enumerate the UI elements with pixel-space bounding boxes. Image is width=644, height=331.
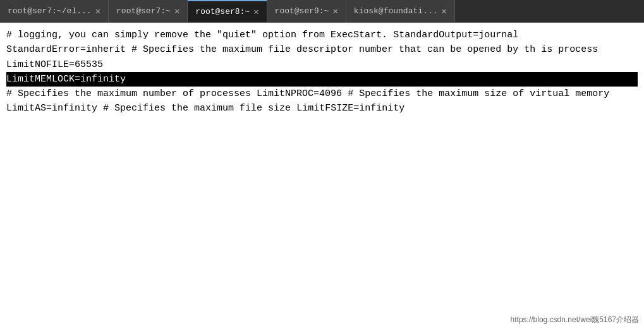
terminal-line-9: LimitNPROC=4096 xyxy=(257,88,342,99)
tab-bar: root@ser7:~/el... ✕ root@ser7:~ ✕ root@s… xyxy=(0,0,644,23)
watermark: https://blog.csdn.net/wei魏5167介绍器 xyxy=(511,314,639,326)
terminal-line-0: # logging, you can simply remove the "qu… xyxy=(6,30,387,40)
terminal-line-12: LimitAS=infinity xyxy=(6,103,97,114)
tab-1-label: root@ser7:~/el... xyxy=(8,6,92,16)
terminal-line-7: LimitMEMLOCK=infinity xyxy=(6,72,638,87)
terminal-line-5: is process xyxy=(541,44,598,55)
tab-4[interactable]: root@ser9:~ ✕ xyxy=(267,0,346,22)
terminal-line-15: LimitFSIZE=infinity xyxy=(296,103,404,114)
terminal-line-2: StandardError=inherit xyxy=(6,44,126,55)
terminal-line-4: # Specifies the maximum file descriptor … xyxy=(131,44,535,55)
tab-4-label: root@ser9:~ xyxy=(275,6,329,16)
tab-5[interactable]: kiosk@foundati... ✕ xyxy=(346,0,455,22)
tab-5-close[interactable]: ✕ xyxy=(441,6,446,16)
tab-2[interactable]: root@ser7:~ ✕ xyxy=(109,0,188,22)
terminal-line-8: # Specifies the maximum number of proces… xyxy=(6,88,251,99)
terminal-line-11: # Specifies the maximum size of virtual … xyxy=(348,88,609,99)
tab-4-close[interactable]: ✕ xyxy=(332,6,337,16)
tab-3-close[interactable]: ✕ xyxy=(253,6,258,17)
terminal-line-1: StandardOutput=journal xyxy=(393,30,518,40)
terminal-line-6: LimitNOFILE=65535 xyxy=(6,59,103,70)
tab-5-label: kiosk@foundati... xyxy=(354,6,438,16)
terminal-line-14: # Specifies the maximum file size xyxy=(103,103,291,114)
tab-3-label: root@ser8:~ xyxy=(195,7,250,16)
tab-3[interactable]: root@ser8:~ ✕ xyxy=(188,0,267,22)
terminal-content: # logging, you can simply remove the "qu… xyxy=(0,23,644,331)
tab-1-close[interactable]: ✕ xyxy=(95,6,100,16)
tab-2-close[interactable]: ✕ xyxy=(174,6,179,16)
tab-1[interactable]: root@ser7:~/el... ✕ xyxy=(0,0,109,22)
tab-2-label: root@ser7:~ xyxy=(116,6,171,16)
